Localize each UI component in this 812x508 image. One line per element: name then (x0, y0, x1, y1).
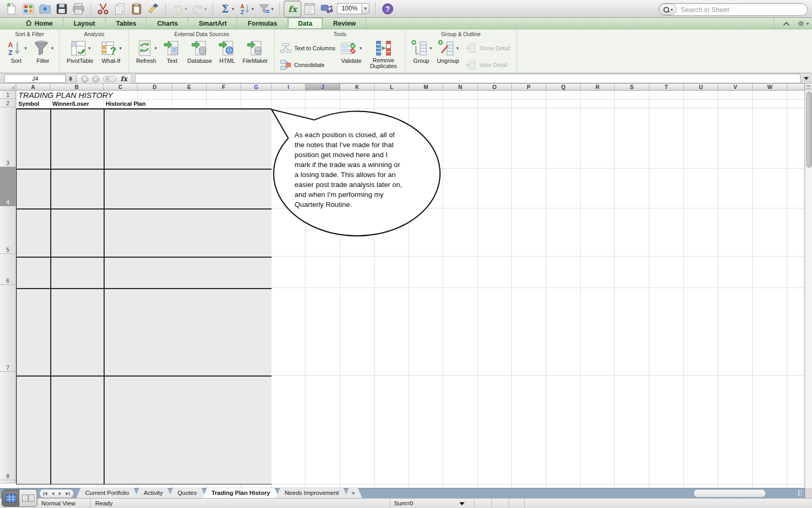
formula-builder-toggle[interactable] (103, 76, 117, 82)
cells-area[interactable]: As each position is closed, all ofthe no… (16, 91, 805, 488)
next-sheet-icon[interactable] (58, 491, 62, 496)
ribbon-settings-button[interactable]: ▾ (797, 20, 809, 27)
callout-bubble[interactable]: As each position is closed, all ofthe no… (262, 102, 450, 249)
text-to-columns-button[interactable]: Text to Columns (280, 42, 335, 54)
row-header-3[interactable]: 3 (0, 107, 16, 167)
formula-builder-button[interactable]: fx (284, 1, 301, 17)
toolbox-button[interactable] (301, 1, 318, 17)
consolidate-button[interactable]: Consolidate (280, 59, 335, 71)
column-header-c[interactable]: C (104, 84, 138, 91)
column-header-a[interactable]: A (16, 84, 50, 91)
vertical-scrollbar[interactable] (805, 84, 812, 488)
column-header-t[interactable]: T (649, 84, 684, 91)
last-sheet-icon[interactable] (65, 491, 70, 496)
column-header-k[interactable]: K (340, 84, 375, 91)
media-browser-button[interactable] (318, 1, 335, 17)
row-header-1[interactable]: 1 (0, 91, 16, 99)
html-button[interactable]: HTML (218, 39, 236, 64)
sheet-tab-trading-plan-history[interactable]: Trading Plan History (202, 488, 279, 498)
column-header-n[interactable]: N (443, 84, 478, 91)
text-button[interactable]: Text (163, 39, 181, 64)
tab-charts[interactable]: Charts (146, 18, 188, 29)
filemaker-button[interactable]: FileMaker (242, 39, 267, 64)
first-sheet-icon[interactable] (43, 491, 48, 496)
paste-button[interactable] (128, 1, 145, 17)
tab-data[interactable]: Data (288, 18, 323, 29)
column-header-w[interactable]: W (753, 84, 787, 91)
filter-button[interactable]: ▾ (256, 1, 276, 17)
column-header-i[interactable]: I (272, 84, 306, 91)
split-handle-icon[interactable] (805, 84, 812, 90)
table-header-winner-loser[interactable]: Winner/Loser (52, 100, 89, 108)
column-header-p[interactable]: P (512, 84, 546, 91)
pivottable-button[interactable]: ▾PivotTable (67, 39, 94, 64)
gallery-button[interactable] (20, 1, 37, 17)
horizontal-scroll-thumb[interactable] (693, 489, 766, 498)
add-sheet-button[interactable]: + (345, 488, 363, 498)
sheet-tab-quotes[interactable]: Quotes (168, 488, 206, 498)
column-header-v[interactable]: V (718, 84, 753, 91)
search-input[interactable] (676, 6, 807, 14)
row-header-2[interactable]: 2 (0, 99, 16, 107)
database-button[interactable]: Database (187, 39, 212, 64)
table-header-historical-plan[interactable]: Historical Plan (106, 100, 145, 108)
new-document-button[interactable] (3, 1, 20, 17)
sort-button[interactable]: AZ▾Sort (6, 39, 27, 64)
filter-button[interactable]: ▾Filter (32, 39, 54, 64)
formula-input[interactable] (135, 74, 800, 83)
cancel-icon[interactable]: ✕ (81, 75, 88, 83)
column-header-j[interactable]: J (306, 84, 340, 91)
accept-icon[interactable]: ✓ (92, 75, 99, 83)
column-header-l[interactable]: L (375, 84, 409, 91)
search-scope-button[interactable]: ▾ (659, 4, 676, 15)
history-table[interactable] (16, 108, 272, 484)
tab-layout[interactable]: Layout (63, 18, 106, 29)
column-header-o[interactable]: O (478, 84, 512, 91)
insert-function-button[interactable]: fx (120, 75, 127, 83)
what-if-button[interactable]: ?▾What-If (100, 39, 122, 64)
column-header-m[interactable]: M (409, 84, 443, 91)
column-header-d[interactable]: D (138, 84, 172, 91)
chevron-down-icon[interactable]: ▾ (362, 3, 369, 14)
tab-formulas[interactable]: Formulas (237, 18, 287, 29)
column-header-u[interactable]: U (684, 84, 718, 91)
name-box[interactable]: J4 (4, 74, 66, 83)
formula-bar-expand-icon[interactable] (804, 77, 809, 80)
column-header-f[interactable]: F (207, 84, 241, 91)
collapse-ribbon-icon[interactable] (783, 21, 790, 26)
row-header-7[interactable]: 7 (0, 285, 16, 372)
tab-home[interactable]: Home (16, 18, 63, 29)
row-header-8[interactable]: 8 (0, 372, 16, 480)
tab-tables[interactable]: Tables (106, 18, 147, 29)
scrollbar-resize-grip[interactable] (798, 490, 802, 496)
group-button[interactable]: ▾Group (411, 39, 432, 64)
zoom-control[interactable]: 100%▾ (337, 3, 369, 14)
validate-button[interactable]: ▾Validate (341, 39, 362, 64)
select-all-corner[interactable] (0, 84, 16, 91)
print-button[interactable] (70, 1, 87, 17)
save-button[interactable] (53, 1, 70, 17)
copy-button[interactable] (111, 1, 128, 17)
column-header-b[interactable]: B (50, 84, 104, 91)
search-box[interactable]: ▾ (658, 3, 808, 16)
page-layout-view-button[interactable] (19, 490, 37, 506)
sheet-tab-needs-improvement[interactable]: Needs Improvement (276, 488, 348, 498)
cut-button[interactable] (95, 1, 111, 17)
table-header-symbol[interactable]: Symbol (18, 100, 39, 108)
column-header-s[interactable]: S (615, 84, 649, 91)
sum-menu-icon[interactable] (459, 502, 465, 505)
vertical-scroll-thumb[interactable] (806, 92, 812, 168)
help-button[interactable]: ? (379, 1, 396, 17)
column-header-q[interactable]: Q (546, 84, 581, 91)
format-painter-button[interactable] (145, 1, 162, 17)
open-file-button[interactable] (37, 1, 53, 17)
name-box-stepper[interactable] (67, 74, 73, 83)
row-header-4[interactable]: 4 (0, 167, 16, 206)
column-header-g[interactable]: G (241, 84, 272, 91)
refresh-button[interactable]: ▾Refresh (136, 39, 157, 64)
column-header-e[interactable]: E (172, 84, 207, 91)
row-header-6[interactable]: 6 (0, 254, 16, 285)
tab-smartart[interactable]: SmartArt (188, 18, 238, 29)
column-header-partial[interactable] (787, 84, 805, 91)
tab-review[interactable]: Review (323, 18, 366, 29)
